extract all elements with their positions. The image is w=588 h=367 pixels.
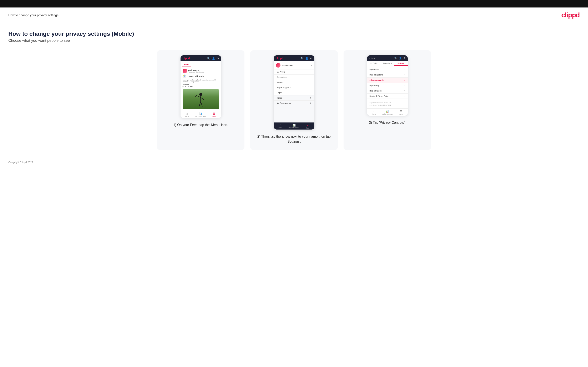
phone1-nav-performance: 📊 My Performance: [194, 112, 208, 117]
phone1-logo: clippd: [183, 57, 190, 60]
svg-point-0: [199, 93, 202, 96]
phone3-data-integrations-chevron: ›: [404, 74, 405, 76]
phone-mockup-2: clippd 🔍 👤 ⚙ Blair McHarg: [274, 55, 314, 130]
phone2-perf-nav-label: My Performance: [289, 127, 299, 128]
phone3-home-icon: ⌂: [373, 110, 375, 113]
phone3-myaccount-label: My Account: [370, 68, 379, 70]
phone1-nav-icons: 🔍 👤 ⚙: [207, 57, 219, 60]
phone1-nav-home: ⌂ Home: [181, 112, 194, 117]
phone2-search-icon: 🔍: [301, 57, 303, 60]
phone2-menu-overlay: Blair McHarg ∧ My Profile Connections Se…: [274, 61, 314, 123]
phone3-item-service-privacy: Service & Privacy Policy ↗: [367, 93, 408, 99]
phone3-nav-menu: ☰ Menu: [394, 110, 408, 115]
phone3-menu-icon: ☰: [399, 110, 402, 113]
steps-row: clippd 🔍 👤 ⚙ Feed Blair M: [8, 50, 580, 150]
feed-duration: Duration01 hr : 30 min: [183, 84, 219, 88]
feed-description: Looking to feel like my hands are exitin…: [183, 79, 219, 83]
top-bar: [0, 0, 588, 8]
phone3-search-icon: 🔍: [394, 57, 397, 59]
phone1-feed-body: Blair McHarg Yesterday · Sunningdale 🎾 L…: [181, 67, 221, 111]
phone2-nav-icons: 🔍 👤 ⚙: [301, 57, 312, 60]
phone3-version-line1: Clippd Client Version: 2022.8.3-3: [370, 102, 405, 104]
svg-line-6: [201, 102, 202, 107]
phone3-data-integrations-label: Data Integrations: [370, 74, 383, 76]
phone3-tabs: My Profile Connections Settings: [367, 61, 408, 66]
phone2-nav: clippd 🔍 👤 ⚙: [274, 55, 314, 61]
search-icon: 🔍: [207, 57, 210, 60]
phone3-tab-settings: Settings: [394, 61, 408, 66]
phone-mockup-1: clippd 🔍 👤 ⚙ Feed Blair M: [181, 55, 221, 118]
svg-line-5: [199, 102, 201, 107]
phone2-item-settings: Settings: [274, 80, 314, 85]
phone2-settings-icon: ⚙: [310, 57, 312, 60]
phone2-perf-icon: 📊: [293, 124, 296, 127]
golfer-silhouette: [194, 92, 207, 109]
phone1-nav-menu: ☰ Menu: [208, 112, 221, 117]
svg-line-4: [201, 98, 204, 100]
home-icon: ⌂: [186, 112, 188, 115]
feed-lesson-title: Lesson with Fordy: [188, 75, 204, 77]
phone3-perf-icon: 📊: [386, 110, 389, 113]
phone2-avatar: [276, 63, 280, 67]
phone3-bottom-nav: ⌂ Home 📊 My Performance ☰ Menu: [367, 108, 408, 116]
feed-tab: Feed: [182, 62, 191, 67]
logo: clippd: [561, 11, 580, 19]
phone3-help-support-label: Help & Support: [370, 90, 382, 92]
settings-icon: ⚙: [217, 57, 219, 60]
step-3-caption: 3) Tap 'Privacy Controls'.: [369, 120, 406, 125]
main-content: How to change your privacy settings (Mob…: [0, 22, 588, 156]
phone2-spacer: [274, 106, 314, 123]
step-3-card: < Back 🔍 👤 ⚙ My Profile Connections Sett…: [344, 50, 431, 150]
phone2-home-icon: ⌂: [280, 124, 281, 127]
menu-icon: ☰: [213, 112, 216, 115]
phone2-nav-performance: 📊 My Performance: [287, 124, 301, 129]
step-1-caption: 1) On your Feed, tap the 'Menu' icon.: [173, 123, 228, 127]
step-2-caption: 2) Then, tap the arrow next to your name…: [254, 134, 334, 144]
phone3-help-external-icon: ↗: [404, 90, 405, 92]
phone2-item-connections: Connections: [274, 75, 314, 80]
svg-line-3: [195, 95, 197, 97]
feed-lesson-row: 🎾 Lesson with Fordy: [183, 75, 219, 78]
feed-avatar: [183, 69, 187, 73]
phone2-performance-chevron: ∨: [310, 102, 311, 104]
feed-image: [183, 89, 219, 109]
performance-icon: 📊: [199, 112, 202, 115]
phone1-nav: clippd 🔍 👤 ⚙: [181, 55, 221, 61]
phone3-user-icon: 👤: [399, 57, 402, 59]
phone3-privacy-controls-label: Privacy Controls: [370, 79, 384, 81]
phone3-version-line2: SQL Server Version: 2022.7.30-1: [370, 104, 405, 106]
phone2-performance-label: My Performance: [277, 102, 291, 104]
phone2-nav-home: ⌂ Home: [274, 124, 287, 129]
phone3-item-help-support: Help & Support ↗: [367, 88, 408, 93]
phone3-nav-home: ⌂ Home: [367, 110, 380, 115]
phone3-settings-icon: ⚙: [404, 57, 406, 59]
phone2-logo: clippd: [276, 57, 283, 60]
phone-mockup-3: < Back 🔍 👤 ⚙ My Profile Connections Sett…: [367, 55, 408, 116]
phone3-menu-label: Menu: [399, 113, 403, 115]
phone2-chevron-up: ∧: [311, 64, 312, 67]
phone2-user-left: Blair McHarg: [276, 63, 293, 67]
phone2-user-name: Blair McHarg: [282, 64, 293, 66]
phone2-home-nav-label: Home: [279, 127, 283, 128]
phone2-menu-nav-label: Menu: [306, 127, 309, 129]
phone3-golf-bag-chevron: ›: [404, 84, 405, 87]
feed-user-name: Blair McHarg: [189, 69, 204, 71]
phone3-item-privacy-controls: Privacy Controls ›: [367, 78, 408, 83]
phone2-home-label: Home: [277, 97, 282, 99]
phone3-version: Clippd Client Version: 2022.8.3-3 SQL Se…: [367, 100, 408, 108]
phone2-item-myprofile: My Profile: [274, 69, 314, 75]
menu-label: Menu: [212, 116, 216, 117]
phone3-item-myaccount: My Account ›: [367, 67, 408, 72]
svg-line-2: [197, 95, 201, 98]
phone3-settings-list: My Account › Data Integrations › Privacy…: [367, 66, 408, 100]
feed-user-date: Yesterday · Sunningdale: [189, 71, 204, 73]
phone2-user-row: Blair McHarg ∧: [274, 61, 314, 69]
phone3-tab-connections: Connections: [380, 61, 394, 66]
home-label: Home: [185, 116, 189, 117]
phone3-tab-myprofile: My Profile: [367, 61, 380, 66]
page-subheading: Choose what you want people to see: [8, 38, 580, 43]
page-heading: How to change your privacy settings (Mob…: [8, 31, 580, 37]
phone3-myaccount-chevron: ›: [404, 68, 405, 70]
step-2-card: clippd 🔍 👤 ⚙ Blair McHarg: [250, 50, 338, 150]
phone2-section-performance: My Performance ∨: [274, 101, 314, 106]
